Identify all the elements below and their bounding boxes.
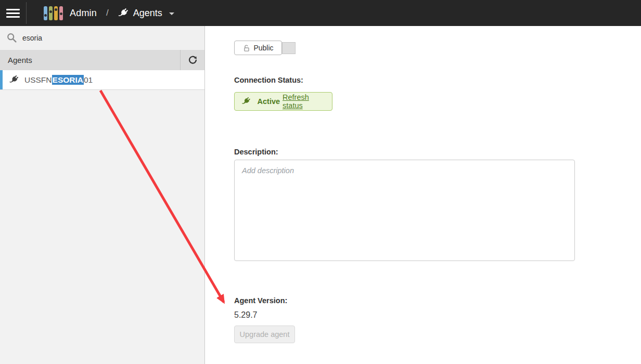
refresh-list-button[interactable] [180,50,204,70]
connection-status-badge: Active Refresh status [234,92,332,111]
search-match-highlight: ESORIA [52,75,84,85]
breadcrumb-agents[interactable]: Agents [117,7,174,19]
app-brand[interactable]: Admin [44,6,97,20]
topbar-divider [26,2,27,24]
public-tag-button[interactable]: Public [234,41,282,55]
status-value: Active [258,97,280,106]
selected-indicator [0,70,3,89]
agent-version-value: 5.29.7 [234,310,257,320]
list-header-label: Agents [0,56,32,64]
public-tag-label: Public [253,44,273,52]
search-input[interactable] [22,34,198,42]
app-logo-icon [44,6,63,20]
chevron-down-icon [169,12,174,15]
breadcrumb-section-label: Agents [133,8,162,19]
plug-icon [117,7,129,19]
search-bar [0,26,204,50]
refresh-status-link[interactable]: Refresh status [283,93,326,110]
plug-icon [8,74,19,85]
agent-list-item[interactable]: USSFNESORIA01 [0,70,204,90]
plug-icon [241,96,251,107]
tags-row: Public [234,41,307,56]
app-window: Admin / Agents Agents [0,0,641,364]
topbar: Admin / Agents [0,0,641,26]
description-label: Description: [234,148,278,156]
refresh-icon [187,55,198,66]
upgrade-agent-button[interactable]: Upgrade agent [234,326,295,343]
unlock-icon [242,44,250,52]
agent-name: USSFNESORIA01 [24,75,93,85]
search-icon [6,32,18,44]
sidebar: Agents USSFNESORIA01 [0,26,205,364]
description-textarea[interactable] [234,160,575,261]
agent-detail-panel: Public Connection Status: Active Refresh… [206,26,641,364]
menu-button[interactable] [0,0,26,26]
brand-label: Admin [70,8,97,19]
connection-status-label: Connection Status: [234,76,303,84]
tag-add-box[interactable] [282,42,296,54]
breadcrumb-separator: / [106,8,109,18]
agent-version-label: Agent Version: [234,296,287,305]
list-header: Agents [0,50,204,70]
hamburger-icon [6,9,20,10]
